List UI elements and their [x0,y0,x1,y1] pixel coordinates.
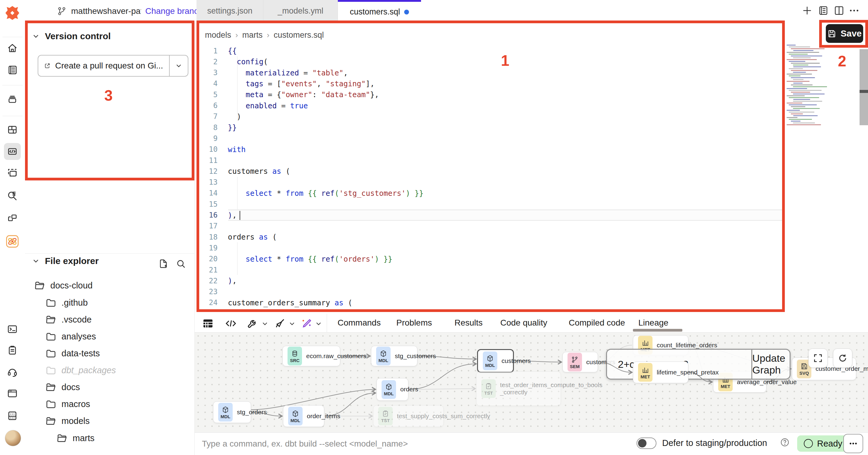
rail-item-layout[interactable] [4,121,21,138]
code-line-12[interactable]: 12customers as ( [196,166,784,177]
code-line-9[interactable]: 9 [196,133,784,144]
file-explorer-header[interactable]: File explorer [32,256,98,266]
code-line-3[interactable]: 3 materialized = "table", [196,67,784,79]
lineage-node-customers[interactable]: MDLcustomers [477,349,514,373]
pull-request-dropdown-button[interactable] [169,56,188,76]
code-line-6[interactable]: 6 enabled = true [196,100,784,111]
rail-item-frame[interactable] [4,165,21,182]
rail-item-inbox[interactable] [4,91,21,108]
save-button[interactable]: Save [826,24,863,43]
breadcrumb-part[interactable]: customers.sql [274,30,324,40]
open-editors-button[interactable] [816,4,830,18]
bottom-tab-compiled-code[interactable]: Compiled code [569,314,625,332]
version-control-header[interactable]: Version control [32,31,111,41]
code-line-21[interactable]: 21 [196,264,784,276]
lineage-node-ecom.raw_customers[interactable]: SRCecom.raw_customers [282,346,340,366]
code-line-15[interactable]: 15 [196,199,784,210]
lineage-node-test_supply_costs_sum_correctly[interactable]: TSTtest_supply_costs_sum_correctly [373,405,444,427]
new-tab-button[interactable] [800,4,814,18]
search-files-button[interactable] [174,257,187,271]
code-line-13[interactable]: 13 [196,177,784,188]
results-table-icon[interactable] [201,317,215,330]
build-tools-icon[interactable] [246,317,259,330]
code-line-4[interactable]: 4 tags = ["events", "staging"], [196,78,784,89]
lineage-canvas[interactable]: SRCecom.raw_customersMDLstg_customersMDL… [195,333,868,432]
more-options-icon[interactable] [847,4,861,18]
command-input[interactable]: Type a command, ex. dbt build --select <… [202,439,408,449]
rail-item-windows[interactable] [4,209,21,226]
more-actions-button[interactable] [843,434,863,453]
editor-scrollbar-track[interactable] [860,49,868,125]
split-editor-button[interactable] [832,4,846,18]
code-line-16[interactable]: 16), [196,210,784,221]
folder-open-icon [34,280,45,291]
tree-item-analyses[interactable]: analyses [0,328,215,345]
code-line-7[interactable]: 7 ) [196,111,784,122]
fullscreen-icon[interactable] [808,348,828,368]
editor-scrollbar-thumb[interactable] [860,90,868,93]
chevron-down-icon[interactable] [288,320,296,328]
lineage-node-customers[interactable]: SEMcustomers [562,352,598,372]
code-line-10[interactable]: 10with [196,144,784,155]
ai-fix-icon[interactable] [300,317,313,330]
lineage-node-order_items[interactable]: MDLorder_items [283,405,324,427]
rail-item-notebook[interactable] [4,61,21,79]
tree-item-docs[interactable]: docs [0,379,215,396]
code-view-icon[interactable] [224,317,238,330]
create-pull-request-button[interactable]: Create a pull request on Gi... [38,55,188,77]
code-line-20[interactable]: 20 select * from {{ ref('orders') }} [196,253,784,265]
code-text: select * from {{ ref('orders') }} [224,255,393,263]
tree-item-macros[interactable]: macros [0,396,215,413]
lineage-node-test_order_items_compute_to_bools[interactable]: TSTtest_order_items_compute_to_bools _co… [476,371,561,406]
code-line-24[interactable]: 24customer_orders_summary as ( [196,297,784,308]
rail-item-home[interactable] [4,40,21,57]
defer-toggle[interactable] [637,437,656,449]
code-line-18[interactable]: 18orders as ( [196,231,784,243]
bottom-tab-results[interactable]: Results [455,314,483,332]
rail-item-copilot[interactable] [4,233,21,250]
tree-item-.github[interactable]: .github [0,294,215,311]
breadcrumb-part[interactable]: marts [242,30,263,40]
format-broom-icon[interactable] [274,317,287,330]
tree-item-dbt_packages[interactable]: dbt_packages [0,362,215,379]
change-branch-link[interactable]: Change branch [145,6,203,16]
rail-item-search-code[interactable] [4,187,21,204]
code-line-22[interactable]: 22), [196,275,784,286]
lineage-node-orders[interactable]: MDLorders [376,378,408,401]
tree-item-docs-cloud[interactable]: docs-cloud [0,277,204,294]
code-line-17[interactable]: 17 [196,221,784,232]
code-line-23[interactable]: 23 [196,286,784,297]
tree-item-marts[interactable]: marts [0,430,226,447]
code-line-19[interactable]: 19 [196,242,784,253]
status-badge[interactable]: Ready [797,435,849,452]
minimap[interactable] [785,45,828,128]
rail-item-code-editor[interactable] [4,143,21,160]
code-line-11[interactable]: 11 [196,155,784,166]
chevron-down-icon[interactable] [261,320,269,328]
code-line-1[interactable]: 1{{ [196,45,784,56]
lineage-node-stg_orders[interactable]: MDLstg_orders [213,401,251,423]
tab-_models.yml[interactable]: _models.yml [264,0,338,22]
code-line-14[interactable]: 14 select * from {{ ref('stg_customers')… [196,188,784,199]
code-line-2[interactable]: 2 config( [196,56,784,67]
help-icon[interactable] [780,437,790,448]
bottom-tab-problems[interactable]: Problems [396,314,432,332]
chevron-down-icon[interactable] [315,320,322,328]
dbt-logo-icon[interactable] [5,5,20,21]
lineage-node-stg_customers[interactable]: MDLstg_customers [371,346,417,366]
bottom-tab-commands[interactable]: Commands [338,314,381,332]
tree-item-data-tests[interactable]: data-tests [0,345,215,362]
refresh-icon[interactable] [833,348,852,368]
code-line-8[interactable]: 8}} [196,122,784,133]
tab-settings.json[interactable]: settings.json [196,0,264,22]
minimap-line [791,113,803,114]
tree-item-.vscode[interactable]: .vscode [0,311,215,328]
breadcrumb-part[interactable]: models [205,30,231,40]
update-graph-button[interactable]: Update Graph [751,350,789,379]
code-line-5[interactable]: 5 meta = {"owner": "data-team"}, [196,89,784,100]
bottom-tab-code-quality[interactable]: Code quality [500,314,547,332]
tab-customers.sql[interactable]: customers.sql [338,0,421,22]
new-file-button[interactable] [157,257,170,271]
lineage-node-lifetime_spend_pretax[interactable]: METlifetime_spend_pretax [633,362,688,383]
tree-item-models[interactable]: models [0,413,215,430]
